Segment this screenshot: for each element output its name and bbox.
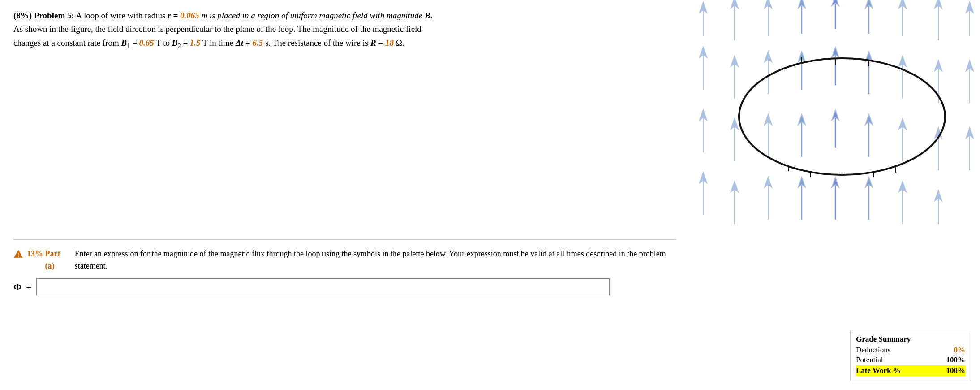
part-label: Part (a) bbox=[45, 248, 71, 272]
phi-input[interactable] bbox=[36, 278, 610, 295]
deductions-value: 0% bbox=[954, 346, 966, 355]
deductions-row: Deductions 0% bbox=[856, 346, 965, 355]
B1-value: 0.65 bbox=[139, 38, 154, 48]
right-panel: Grade Summary Deductions 0% Potential 10… bbox=[690, 0, 980, 390]
potential-label: Potential bbox=[856, 355, 883, 364]
phi-equals: = bbox=[26, 281, 31, 293]
grade-summary-box: Grade Summary Deductions 0% Potential 10… bbox=[850, 331, 971, 381]
potential-row: Potential 100% bbox=[856, 355, 965, 364]
latework-label: Late Work % bbox=[856, 366, 901, 375]
phi-row: Φ = bbox=[13, 278, 676, 295]
left-panel: (8%) Problem 5: A loop of wire with radi… bbox=[0, 0, 690, 390]
R-value: 18 bbox=[385, 38, 394, 48]
B2-value: 1.5 bbox=[190, 38, 201, 48]
deductions-label: Deductions bbox=[856, 346, 890, 355]
latework-value: 100% bbox=[946, 366, 966, 375]
r-unit: m is placed in a region of uniform magne… bbox=[201, 11, 425, 20]
r-value: 0.065 bbox=[180, 11, 199, 20]
phi-label: Φ bbox=[13, 281, 21, 293]
part-header: ! 13% Part (a) Enter an expression for t… bbox=[13, 239, 676, 272]
diagram-area bbox=[690, 0, 980, 264]
problem-header: (8%) Problem 5: bbox=[13, 11, 74, 20]
wire-loop bbox=[739, 58, 945, 175]
problem-intro: A loop of wire with radius bbox=[76, 11, 168, 20]
dt-value: 6.5 bbox=[253, 38, 263, 48]
part-text: Enter an expression for the magnitude of… bbox=[75, 248, 676, 272]
latework-row: Late Work % 100% bbox=[856, 365, 965, 376]
grade-summary-title: Grade Summary bbox=[856, 335, 965, 344]
potential-value: 100% bbox=[946, 355, 966, 364]
svg-text:!: ! bbox=[17, 252, 19, 258]
main-container: (8%) Problem 5: A loop of wire with radi… bbox=[0, 0, 980, 390]
warning-icon: ! bbox=[13, 249, 23, 259]
part-percent: 13% bbox=[27, 248, 43, 260]
physics-diagram bbox=[690, 0, 980, 264]
problem-text: (8%) Problem 5: A loop of wire with radi… bbox=[13, 9, 443, 51]
r-label: r bbox=[168, 11, 171, 20]
part-a-section: ! 13% Part (a) Enter an expression for t… bbox=[13, 239, 676, 295]
